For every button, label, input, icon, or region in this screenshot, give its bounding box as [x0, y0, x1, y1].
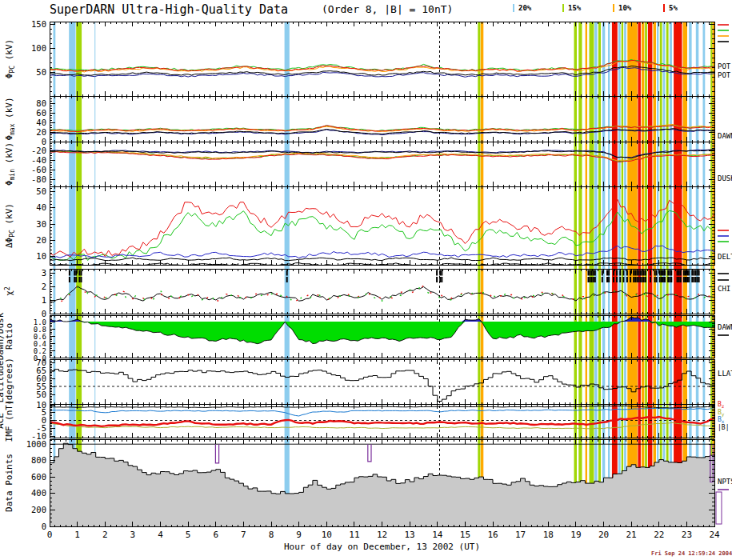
svg-text:400: 400 [31, 488, 46, 498]
svg-text:7: 7 [241, 530, 246, 540]
svg-text:ΦPC (kV): ΦPC (kV) [4, 39, 16, 78]
svg-text:POT: POT [718, 62, 731, 70]
svg-text:10: 10 [322, 530, 332, 540]
svg-text:4: 4 [158, 530, 163, 540]
svg-text:22: 22 [654, 530, 664, 540]
svg-text:14: 14 [432, 530, 443, 540]
svg-text:2: 2 [42, 282, 46, 291]
svg-text:3: 3 [42, 268, 46, 278]
svg-text:Bx: Bx [718, 416, 725, 424]
svg-text:-60: -60 [31, 165, 46, 174]
svg-text:50: 50 [36, 390, 46, 399]
svg-text:5: 5 [186, 530, 191, 540]
svg-text:Φmax (kV): Φmax (kV) [4, 97, 16, 140]
svg-text:800: 800 [31, 455, 46, 465]
svg-text:χ2: χ2 [4, 286, 14, 296]
svg-text:ΔΦPC (kV): ΔΦPC (kV) [4, 203, 16, 248]
svg-text:50: 50 [36, 186, 46, 196]
x-axis-label: Hour of day on December, 13 2002 (UT) [50, 542, 714, 552]
svg-text:LLAT: LLAT [718, 370, 732, 378]
svg-text:40: 40 [36, 118, 46, 127]
svg-text:-20: -20 [31, 146, 46, 155]
svg-text:21: 21 [626, 530, 636, 540]
svg-text:IMF (nT): IMF (nT) [4, 400, 14, 442]
svg-text:|B|: |B| [718, 424, 729, 431]
svg-text:CHI: CHI [718, 285, 730, 293]
svg-text:18: 18 [543, 530, 554, 540]
superdarn-quality-plot: SuperDARN Ultra-High-Quality Data (Order… [0, 0, 732, 560]
svg-text:150: 150 [31, 19, 46, 29]
svg-text:(degrees): (degrees) [4, 358, 14, 406]
svg-text:0: 0 [42, 522, 46, 531]
svg-text:2: 2 [102, 530, 108, 540]
svg-text:60: 60 [36, 108, 46, 118]
svg-text:19: 19 [570, 530, 581, 540]
svg-text:1000: 1000 [26, 439, 46, 449]
svg-text:10: 10 [36, 251, 46, 261]
svg-text:50: 50 [36, 67, 46, 77]
svg-text:13: 13 [404, 530, 414, 540]
svg-text:20: 20 [36, 235, 46, 245]
svg-text:0: 0 [47, 530, 53, 540]
svg-text:16: 16 [487, 530, 498, 540]
svg-text:15: 15 [460, 530, 470, 540]
svg-text:23: 23 [682, 530, 692, 540]
svg-text:Φmin (kV): Φmin (kV) [4, 142, 16, 186]
svg-text:24: 24 [709, 530, 720, 540]
render-timestamp: Fri Sep 24 12:59:24 2004 [651, 550, 732, 557]
svg-text:40: 40 [36, 202, 46, 212]
svg-text:1: 1 [74, 530, 80, 540]
svg-text:30: 30 [36, 219, 46, 229]
svg-text:600: 600 [31, 472, 46, 482]
svg-text:1: 1 [42, 295, 46, 305]
svg-text:-80: -80 [31, 174, 46, 184]
svg-text:Ratio: Ratio [4, 323, 14, 350]
svg-text:12: 12 [377, 530, 387, 540]
svg-text:6: 6 [213, 530, 218, 540]
svg-text:20: 20 [598, 530, 609, 540]
svg-text:11: 11 [349, 530, 359, 540]
svg-text:DELT: DELT [718, 253, 732, 261]
svg-text:100: 100 [31, 43, 46, 53]
svg-text:NPTS: NPTS [718, 478, 732, 486]
svg-text:0: 0 [42, 309, 46, 318]
svg-text:Bz: Bz [718, 401, 725, 409]
svg-text:DUSK: DUSK [718, 174, 732, 182]
svg-text:-40: -40 [31, 155, 46, 165]
svg-text:9: 9 [296, 530, 302, 540]
svg-text:0: 0 [42, 137, 46, 146]
svg-text:8: 8 [269, 530, 274, 540]
svg-text:DAWN: DAWN [718, 132, 732, 140]
chart-canvas: 15010050ΦPC (kV)806040200Φmax (kV)-20-40… [0, 0, 732, 560]
svg-text:20: 20 [36, 127, 46, 137]
svg-text:POT: POT [718, 71, 731, 79]
svg-text:3: 3 [130, 530, 136, 540]
svg-text:80: 80 [36, 98, 46, 108]
svg-text:DAWN: DAWN [718, 323, 732, 331]
svg-text:17: 17 [515, 530, 526, 540]
svg-text:200: 200 [31, 505, 46, 514]
svg-text:Data Points: Data Points [4, 454, 14, 512]
